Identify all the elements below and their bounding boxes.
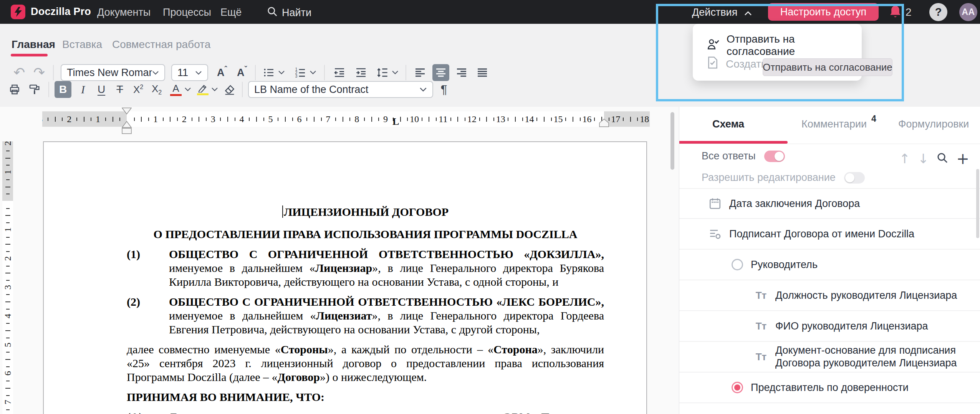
active-sidebar-tab-underline [679,141,788,144]
move-down-icon[interactable]: ↓ [918,152,929,165]
text-field-icon[interactable]: Tт [755,290,768,300]
ruler-number: 8 [352,114,362,124]
schema-list-item[interactable]: Руководитель [679,250,980,280]
hanging-indent-marker[interactable] [122,121,132,134]
radio-selected-icon[interactable] [732,382,743,393]
numbered-list-chevron-icon[interactable] [310,69,316,76]
radio-unselected-icon[interactable] [732,259,743,270]
numbered-list-button[interactable]: 123 [292,64,309,81]
move-up-icon[interactable]: ↑ [899,152,910,165]
configure-access-button[interactable]: Настроить доступ [768,3,879,21]
document-text[interactable]: ЛИЦЕНЗИОННЫЙ ДОГОВОРО ПРЕДОСТАВЛЕНИИ ПРА… [127,205,604,414]
schema-item-label: ФИО руководителя Лицензиара [775,320,928,333]
options-list-icon[interactable] [709,227,722,240]
subscript-button[interactable]: X2 [148,81,165,98]
text-field-icon[interactable]: Tт [755,321,768,331]
clear-formatting-button[interactable] [221,81,238,98]
doc-paragraph: (2)ОБЩЕСТВО С ОГРАНИЧЕННОЙ ОТВЕТСТВЕННОС… [127,295,604,336]
ruler-number: 5 [3,339,13,350]
tab-comments[interactable]: Комментарии [801,118,867,130]
font-family-select[interactable]: Times New Roman [61,64,165,81]
line-spacing-button[interactable] [374,64,391,81]
global-search[interactable]: Найти [267,6,311,20]
calendar-icon[interactable] [709,197,722,210]
search-label: Найти [282,7,311,19]
sidebar-search-icon[interactable] [936,152,949,166]
redo-button[interactable]: ↷ [31,64,48,81]
line-spacing-chevron-icon[interactable] [392,69,399,76]
schema-item-label: Руководитель [751,258,818,271]
show-paragraph-marks-button[interactable]: ¶ [435,81,452,98]
tab-stop-marker[interactable]: L [392,116,399,127]
doc-paragraph: ПРИНИМАЯ ВО ВНИМАНИЕ, ЧТО: [127,390,604,404]
ruler-number: 4 [237,114,247,124]
schema-list-item[interactable]: TтДолжность руководителя Лицензиара [679,280,980,311]
highlight-color-button[interactable] [194,81,211,98]
font-size-select[interactable]: 11 [171,64,208,81]
align-right-button[interactable] [453,64,470,81]
strikethrough-button[interactable]: T [111,81,128,98]
align-left-button[interactable] [412,64,429,81]
doczilla-logo-icon[interactable] [11,5,25,19]
tab-wording[interactable]: Формулировки [898,118,969,130]
schema-list-item[interactable]: Подписант Договора от имени Doczilla [679,219,980,250]
menu-item-create[interactable]: Создать [707,56,766,72]
allow-editing-toggle[interactable] [844,172,865,184]
sidebar-scrollbar[interactable] [976,169,979,238]
format-painter-button[interactable] [26,81,43,98]
first-line-indent-marker[interactable] [122,108,132,114]
divider [242,82,243,97]
all-answers-toggle[interactable] [764,151,785,162]
print-button[interactable] [6,81,23,98]
doc-text-segment: Лицензиару принадлежит исключительное пр… [169,411,597,414]
decrease-font-size-button[interactable]: Aˇ [233,64,250,81]
avatar[interactable]: AA [959,3,977,21]
horizontal-ruler[interactable]: 321123456789101112131415161718L [42,111,650,127]
highlight-chevron-icon[interactable] [211,86,218,93]
justify-button[interactable] [474,64,491,81]
add-item-icon[interactable]: + [956,151,969,166]
font-color-button[interactable]: A [167,81,184,98]
document-scrollbar[interactable] [670,112,674,170]
superscript-button[interactable]: X2 [130,81,147,98]
nav-more[interactable]: Ещё [220,7,242,18]
italic-button[interactable]: I [74,81,91,98]
align-center-button[interactable] [432,64,449,81]
schema-list-item[interactable]: Дата заключения Договора [679,188,980,219]
text-field-icon[interactable]: Tт [755,352,768,362]
bold-button[interactable]: B [55,81,71,98]
bullet-list-button[interactable] [260,64,277,81]
schema-list-item[interactable]: Представитель по доверенности [679,373,980,403]
tab-home[interactable]: Главная [12,38,55,51]
tab-collaboration[interactable]: Совместная работа [112,38,210,51]
right-indent-marker[interactable] [599,118,609,128]
bullet-list-chevron-icon[interactable] [278,69,285,76]
increase-font-size-button[interactable]: Aˆ [214,64,230,81]
notifications-bell-icon[interactable] [889,5,901,20]
menu-item-send-for-approval[interactable]: Отправить на согласование [707,33,862,58]
underline-button[interactable]: U [93,81,110,98]
nav-processes[interactable]: Процессы [163,7,211,18]
doc-text-segment: ОБЩЕСТВО С ОГРАНИЧЕННОЙ ОТВЕТСТВЕННОСТЬЮ… [169,247,604,261]
outdent-button[interactable] [331,64,348,81]
paragraph-style-select[interactable]: LB Name of the Contract [248,81,433,98]
font-color-chevron-icon[interactable] [184,86,191,93]
help-button[interactable]: ? [929,3,947,21]
svg-text:3: 3 [295,74,298,78]
ruler-number: 9 [381,114,391,124]
indent-button[interactable] [353,64,369,81]
document-page[interactable]: ЛИЦЕНЗИОННЫЙ ДОГОВОРО ПРЕДОСТАВЛЕНИИ ПРА… [43,141,647,414]
schema-list-item[interactable]: TтДокумент-основание для подписания Дого… [679,342,980,373]
send-for-approval-tooltip: Отправить на согласование [763,58,892,76]
schema-list-item[interactable]: TтФИО руководителя Лицензиара [679,311,980,342]
actions-dropdown-button[interactable]: Действия [692,7,752,18]
ruler-number: 2 [3,141,13,149]
undo-button[interactable]: ↶ [11,64,28,81]
schema-item-label: Должность руководителя Лицензиара [775,289,957,302]
document-canvas: 321123456789101112131415161718L 21123456… [0,107,679,414]
nav-documents[interactable]: Документы [97,7,151,18]
tab-insert[interactable]: Вставка [62,38,102,51]
vertical-ruler[interactable]: 211234567 [2,141,13,414]
doc-text-segment: ПРИНИМАЯ ВО ВНИМАНИЕ, ЧТО: [127,391,324,403]
tab-schema[interactable]: Схема [712,118,744,130]
